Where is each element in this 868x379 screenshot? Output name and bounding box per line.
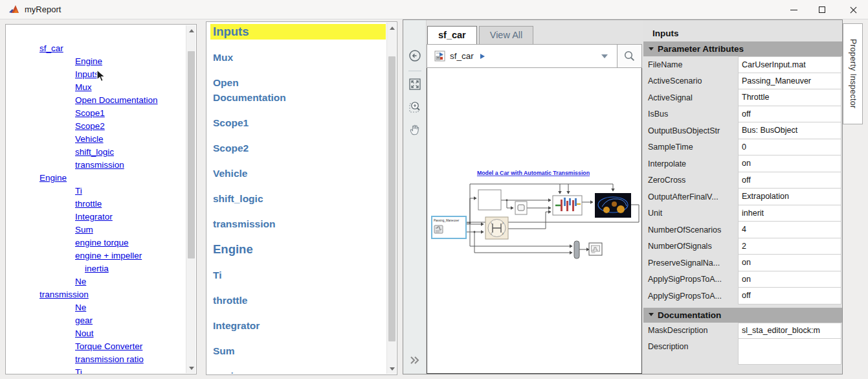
toc-item-open-documentation[interactable]: Open Documentation xyxy=(213,75,388,105)
property-row-activesignal: ActiveSignalThrottle xyxy=(643,89,842,106)
property-value-field[interactable]: off xyxy=(738,288,841,304)
property-value-field[interactable]: on xyxy=(738,271,841,288)
tree-link-vehicle[interactable]: Vehicle xyxy=(6,133,196,146)
block-transmission[interactable] xyxy=(553,196,582,215)
toc-list: InputsMuxOpen DocumentationScope1Scope2V… xyxy=(206,22,388,375)
property-value-field[interactable]: Extrapolation xyxy=(738,189,841,205)
toc-item-scope2[interactable]: Scope2 xyxy=(213,141,388,155)
tree-link-ti[interactable]: Ti xyxy=(6,366,196,374)
block-small-display[interactable] xyxy=(515,201,527,214)
fit-to-view-button[interactable] xyxy=(403,75,427,94)
tree-link-ne[interactable]: Ne xyxy=(6,275,196,288)
breadcrumb-caret-icon[interactable] xyxy=(480,54,485,59)
tree-scrollbar[interactable] xyxy=(186,25,195,373)
property-value-field[interactable]: on xyxy=(738,155,841,172)
minimize-button[interactable] xyxy=(782,0,805,19)
tree-link-engine-torque[interactable]: engine torque xyxy=(6,236,196,249)
toc-item-throttle[interactable]: throttle xyxy=(213,293,388,308)
tree-scrollbar-thumb[interactable] xyxy=(188,51,195,258)
scroll-down-icon[interactable] xyxy=(186,363,196,373)
property-value-field[interactable]: Throttle xyxy=(738,89,841,106)
property-value-field[interactable]: off xyxy=(738,172,841,189)
breadcrumb-dropdown-icon[interactable] xyxy=(601,54,608,58)
tree-link-throttle[interactable]: throttle xyxy=(6,198,196,211)
property-value-field[interactable]: 0 xyxy=(738,139,841,156)
property-value-field[interactable]: 2 xyxy=(738,238,841,255)
tree-link-engine[interactable]: Engine xyxy=(6,172,196,185)
tab-sf-car[interactable]: sf_car xyxy=(427,26,477,44)
toc-panel: InputsMuxOpen DocumentationScope1Scope2V… xyxy=(206,21,397,375)
tree-link-nout[interactable]: Nout xyxy=(6,327,196,340)
close-button[interactable] xyxy=(841,0,865,19)
pan-button[interactable] xyxy=(403,120,427,139)
toc-item-engine[interactable]: Engine xyxy=(213,242,388,257)
block-vehicle[interactable] xyxy=(595,193,631,218)
toc-item-label: Integrator xyxy=(213,318,260,333)
toc-item-mux[interactable]: Mux xyxy=(213,50,388,65)
toc-item-scope1[interactable]: Scope1 xyxy=(213,115,388,130)
expand-strip-button[interactable] xyxy=(403,352,427,369)
property-value-field[interactable]: CarUserInput.mat xyxy=(738,56,841,73)
property-value-field[interactable]: Bus: BusObject xyxy=(738,122,841,139)
tree-link-scope1[interactable]: Scope1 xyxy=(6,107,196,120)
zoom-in-button[interactable] xyxy=(403,97,427,117)
block-inputs[interactable]: Passing_Maneuver xyxy=(432,216,466,238)
tree-link-integrator[interactable]: Integrator xyxy=(6,211,196,224)
tree-link-gear[interactable]: gear xyxy=(6,314,196,327)
tree-link-torque-converter[interactable]: Torque Converter xyxy=(6,340,196,353)
toc-item-shift-logic[interactable]: shift_logic xyxy=(213,191,388,206)
tree-link-engine[interactable]: Engine xyxy=(6,55,196,68)
property-label: PreserveSignalNa... xyxy=(643,255,738,271)
block-engine[interactable] xyxy=(478,190,501,210)
property-inspector-tab[interactable]: Property Inspector xyxy=(843,23,863,124)
toc-item-inputs[interactable]: Inputs xyxy=(210,24,386,40)
tree-link-sum[interactable]: Sum xyxy=(6,224,196,236)
tree-link-shift-logic[interactable]: shift_logic xyxy=(6,146,196,159)
tree-link-engine-impeller[interactable]: engine + impeller xyxy=(6,249,196,262)
block-scope[interactable] xyxy=(589,243,602,255)
property-row-filename: FileNameCarUserInput.mat xyxy=(643,56,842,73)
property-value-field[interactable]: on xyxy=(738,255,841,271)
scroll-up-icon[interactable] xyxy=(387,23,397,33)
tree-link-mux[interactable]: Mux xyxy=(6,81,196,94)
tree-link-sf-car[interactable]: sf_car xyxy=(6,42,196,55)
property-row-outputafterfinalv: OutputAfterFinalV...Extrapolation xyxy=(643,189,842,205)
scroll-up-icon[interactable] xyxy=(186,25,196,36)
search-button[interactable] xyxy=(617,45,641,67)
tree-link-open-documentation[interactable]: Open Documentation xyxy=(6,94,196,107)
section-header-parameter-attributes[interactable]: Parameter Attributes xyxy=(643,41,842,56)
tree-link-scope2[interactable]: Scope2 xyxy=(6,120,196,133)
titlebar: myReport xyxy=(0,0,868,19)
property-label: OutputAfterFinalV... xyxy=(643,189,738,205)
toc-scrollbar-thumb[interactable] xyxy=(388,56,395,341)
breadcrumb-model-name[interactable]: sf_car xyxy=(450,51,474,61)
maximize-button[interactable] xyxy=(810,0,834,19)
model-canvas[interactable]: Model a Car with Automatic Transmission xyxy=(427,67,642,374)
toc-scrollbar[interactable] xyxy=(386,23,396,374)
tree-link-transmission-ratio[interactable]: transmission ratio xyxy=(6,353,196,366)
tree-link-ti[interactable]: Ti xyxy=(6,185,196,198)
property-value-field[interactable]: off xyxy=(738,106,841,123)
property-value-field[interactable]: 4 xyxy=(738,222,841,238)
property-value-field[interactable]: inherit xyxy=(738,205,841,222)
property-value-field[interactable]: Passing_Maneuver xyxy=(738,73,841,90)
toc-item-engine[interactable]: engine xyxy=(213,369,388,375)
property-value-field[interactable]: sl_sta_editor_block:m xyxy=(738,323,841,339)
tree-link-transmission[interactable]: transmission xyxy=(6,288,196,301)
toc-item-ti[interactable]: Ti xyxy=(213,268,388,282)
block-shift-logic[interactable]: 13 24 xyxy=(485,217,508,239)
toc-item-vehicle[interactable]: Vehicle xyxy=(213,166,388,181)
toc-item-integrator[interactable]: Integrator xyxy=(213,318,388,333)
back-button[interactable] xyxy=(403,46,427,65)
toc-item-sum[interactable]: Sum xyxy=(213,343,388,358)
property-value-field[interactable] xyxy=(738,339,841,365)
block-mux[interactable] xyxy=(574,241,579,258)
tab-view-all[interactable]: View All xyxy=(479,26,534,44)
tree-link-inertia[interactable]: inertia xyxy=(6,262,196,275)
toc-item-transmission[interactable]: transmission xyxy=(213,216,388,231)
tree-link-transmission[interactable]: transmission xyxy=(6,159,196,172)
tree-link-ne[interactable]: Ne xyxy=(6,301,196,314)
scroll-down-icon[interactable] xyxy=(387,363,397,374)
section-header-documentation[interactable]: Documentation xyxy=(643,308,842,323)
property-row-numberofsignals: NumberOfSignals2 xyxy=(643,238,842,255)
